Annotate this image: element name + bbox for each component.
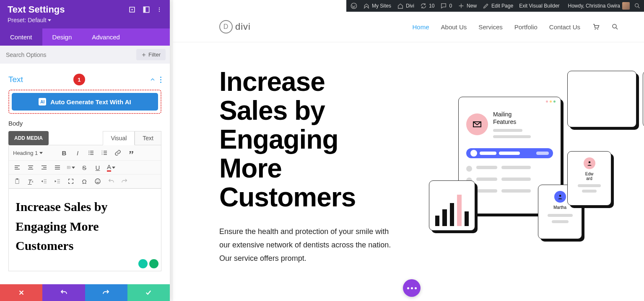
clipboard-icon bbox=[14, 178, 21, 185]
nav-portfolio[interactable]: Portfolio bbox=[514, 23, 538, 31]
updates-link[interactable]: 10 bbox=[420, 3, 434, 9]
cart-icon[interactable] bbox=[592, 23, 600, 31]
panel-body: Text 1 AI Auto Generate Text With AI Bod… bbox=[0, 64, 170, 284]
align-right-button[interactable] bbox=[40, 163, 48, 172]
tab-advanced[interactable]: Advanced bbox=[82, 28, 130, 46]
ai-button-label: Auto Generate Text With AI bbox=[50, 98, 131, 105]
emoji-button[interactable] bbox=[93, 177, 102, 185]
primary-nav: Home About Us Services Portfolio Contact… bbox=[413, 23, 619, 31]
svg-point-15 bbox=[88, 152, 89, 153]
preset-label: Preset: Default bbox=[8, 17, 47, 23]
tinymce-editor[interactable]: Increase Sales by Engaging More Customer… bbox=[8, 188, 161, 271]
link-button[interactable] bbox=[114, 149, 122, 157]
quote-button[interactable] bbox=[127, 149, 135, 157]
hero-heading[interactable]: Increase Sales by Engaging More Customer… bbox=[219, 67, 400, 212]
ai-generate-button[interactable]: AI Auto Generate Text With AI bbox=[12, 93, 158, 111]
redo-icon bbox=[121, 178, 128, 185]
edward-label-2: ard bbox=[572, 176, 607, 181]
undo-button[interactable] bbox=[107, 177, 115, 185]
add-media-button[interactable]: ADD MEDIA bbox=[8, 131, 49, 145]
bold-button[interactable]: B bbox=[60, 149, 68, 157]
paste-button[interactable] bbox=[13, 177, 21, 185]
howdy-link[interactable]: Howdy, Christina Gwira bbox=[568, 2, 630, 10]
comments-count: 0 bbox=[449, 3, 452, 9]
clear-format-button[interactable]: Tx bbox=[26, 177, 35, 185]
outdent-icon bbox=[41, 178, 47, 185]
top-search[interactable] bbox=[634, 3, 641, 9]
tinymce-toolbar: Heading 1 B I 123 S U A Tx bbox=[8, 145, 161, 188]
exit-vb-link[interactable]: Exit Visual Builder bbox=[519, 3, 560, 9]
caret-down-icon bbox=[39, 152, 43, 154]
svg-rect-21 bbox=[16, 179, 19, 184]
redo-footer-button[interactable] bbox=[85, 284, 127, 301]
section-header[interactable]: Text 1 bbox=[8, 74, 161, 85]
more-icon[interactable] bbox=[156, 5, 162, 14]
divi-fab-button[interactable] bbox=[403, 279, 421, 297]
svg-rect-10 bbox=[143, 7, 145, 12]
edit-page-link[interactable]: Edit Page bbox=[483, 3, 513, 9]
specialchar-button[interactable]: Ω bbox=[80, 177, 88, 185]
close-button[interactable] bbox=[0, 284, 42, 301]
fullscreen-button[interactable] bbox=[67, 177, 75, 185]
tab-content[interactable]: Content bbox=[0, 28, 42, 46]
indent-icon bbox=[54, 178, 61, 185]
home-icon bbox=[397, 3, 404, 9]
preset-selector[interactable]: Preset: Default bbox=[8, 17, 162, 23]
search-input[interactable] bbox=[6, 51, 136, 58]
undo-footer-button[interactable] bbox=[42, 284, 85, 301]
link-icon bbox=[114, 149, 121, 156]
editor-tab-text[interactable]: Text bbox=[135, 131, 161, 145]
italic-button[interactable]: I bbox=[73, 149, 82, 157]
svg-point-1 bbox=[635, 4, 639, 7]
badge-1-icon[interactable] bbox=[138, 259, 148, 268]
ul-button[interactable] bbox=[87, 149, 95, 157]
chevron-up-icon[interactable] bbox=[149, 76, 156, 83]
format-select[interactable]: Heading 1 bbox=[13, 148, 55, 158]
tab-design[interactable]: Design bbox=[42, 28, 82, 46]
hero-paragraph[interactable]: Ensure the health and protection of your… bbox=[219, 225, 400, 265]
search-icon bbox=[634, 3, 641, 9]
underline-button[interactable]: U bbox=[93, 163, 102, 172]
svg-point-24 bbox=[96, 180, 97, 181]
table-button[interactable] bbox=[67, 163, 75, 172]
strike-button[interactable]: S bbox=[80, 163, 88, 172]
table-icon bbox=[67, 164, 71, 171]
my-sites-link[interactable]: My Sites bbox=[363, 3, 391, 9]
comments-link[interactable]: 0 bbox=[440, 3, 452, 9]
undo-icon bbox=[60, 289, 68, 296]
site-logo[interactable]: D divi bbox=[219, 20, 251, 33]
plus-icon bbox=[141, 52, 146, 57]
ol-button[interactable]: 123 bbox=[100, 149, 109, 157]
body-field-label: Body bbox=[8, 120, 161, 127]
filter-button[interactable]: Filter bbox=[136, 49, 166, 60]
emoji-icon bbox=[94, 178, 101, 185]
caret-down-icon bbox=[48, 19, 51, 21]
new-link[interactable]: New bbox=[458, 3, 477, 9]
editor-tab-visual[interactable]: Visual bbox=[103, 131, 135, 145]
dock-icon[interactable] bbox=[142, 5, 151, 14]
align-center-button[interactable] bbox=[26, 163, 35, 172]
nav-services[interactable]: Services bbox=[478, 23, 503, 31]
editor-badges bbox=[138, 259, 158, 268]
save-button[interactable] bbox=[127, 284, 170, 301]
svg-point-3 bbox=[597, 29, 598, 30]
expand-icon[interactable] bbox=[128, 5, 136, 14]
section-more-icon[interactable] bbox=[160, 77, 161, 83]
panel-header: Text Settings Preset: Default bbox=[0, 0, 170, 28]
align-justify-button[interactable] bbox=[53, 163, 62, 172]
indent-button[interactable] bbox=[53, 177, 62, 185]
nav-contact[interactable]: Contact Us bbox=[549, 23, 580, 31]
nav-about[interactable]: About Us bbox=[441, 23, 467, 31]
outdent-button[interactable] bbox=[40, 177, 48, 185]
grammarly-icon[interactable] bbox=[149, 259, 158, 268]
svg-point-4 bbox=[613, 24, 616, 28]
redo-button[interactable] bbox=[120, 177, 129, 185]
align-left-button[interactable] bbox=[13, 163, 21, 172]
textcolor-button[interactable]: A bbox=[107, 163, 115, 172]
panel-title: Text Settings bbox=[8, 4, 122, 15]
nav-home[interactable]: Home bbox=[413, 23, 429, 31]
search-icon[interactable] bbox=[611, 23, 619, 31]
undo-icon bbox=[108, 178, 114, 185]
wp-logo[interactable] bbox=[351, 3, 357, 9]
site-link[interactable]: Divi bbox=[397, 3, 414, 9]
